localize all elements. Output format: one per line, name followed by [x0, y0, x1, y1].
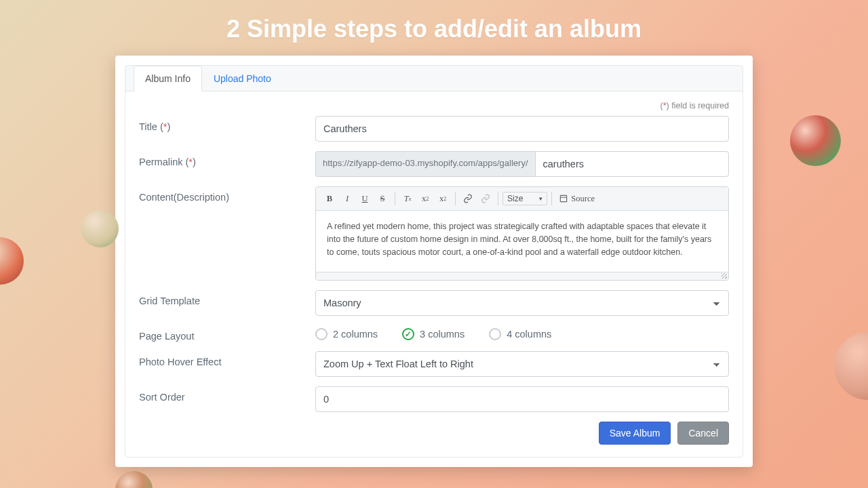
- decorative-bubble: [115, 471, 153, 488]
- superscript-button[interactable]: x2: [435, 190, 451, 207]
- font-size-select[interactable]: Size ▾: [502, 192, 547, 205]
- editor-toolbar: B I U S Tx x2 x2: [316, 187, 728, 211]
- layout-option-2col[interactable]: 2 columns: [315, 328, 378, 340]
- sort-order-input[interactable]: [315, 386, 729, 412]
- permalink-input[interactable]: [535, 151, 729, 177]
- title-input[interactable]: [315, 116, 729, 142]
- title-label: Title (*): [139, 116, 315, 132]
- tab-album-info[interactable]: Album Info: [134, 66, 202, 92]
- unlink-button[interactable]: [477, 190, 494, 207]
- editor-resize-handle[interactable]: [316, 272, 728, 280]
- hover-effect-select[interactable]: Zoom Up + Text Float Left to Right: [315, 351, 729, 377]
- page-layout-label: Page Layout: [139, 325, 315, 342]
- grid-template-select[interactable]: Masonry: [315, 290, 729, 316]
- form-card: Album Info Upload Photo (*) field is req…: [115, 56, 753, 467]
- decorative-bubble: [790, 115, 841, 166]
- sort-order-label: Sort Order: [139, 386, 315, 403]
- radio-icon: [315, 328, 328, 340]
- radio-icon: [489, 328, 501, 340]
- remove-format-button[interactable]: Tx: [399, 190, 416, 207]
- cancel-button[interactable]: Cancel: [677, 422, 729, 445]
- page-title: 2 Simple steps to add/edit an album: [0, 0, 868, 56]
- svg-rect-0: [561, 195, 567, 201]
- link-icon: [463, 194, 473, 203]
- strike-button[interactable]: S: [374, 190, 391, 207]
- chevron-down-icon: ▾: [539, 195, 542, 202]
- save-button[interactable]: Save Album: [599, 422, 671, 445]
- decorative-bubble: [0, 237, 24, 285]
- source-icon: [559, 194, 568, 203]
- radio-icon: [402, 328, 414, 340]
- italic-button[interactable]: I: [339, 190, 355, 207]
- layout-option-3col[interactable]: 3 columns: [402, 328, 465, 340]
- decorative-bubble: [834, 332, 868, 400]
- tab-upload-photo[interactable]: Upload Photo: [202, 66, 283, 92]
- hover-effect-label: Photo Hover Effect: [139, 351, 315, 367]
- decorative-bubble: [81, 210, 119, 247]
- editor-content[interactable]: A refined yet modern home, this project …: [316, 211, 728, 272]
- layout-option-4col[interactable]: 4 columns: [489, 328, 551, 340]
- permalink-label: Permalink (*): [139, 151, 315, 167]
- unlink-icon: [481, 194, 490, 203]
- source-button[interactable]: Source: [556, 190, 597, 207]
- bold-button[interactable]: B: [321, 190, 338, 207]
- content-label: Content(Description): [139, 186, 315, 203]
- rich-text-editor: B I U S Tx x2 x2: [315, 186, 729, 281]
- link-button[interactable]: [460, 190, 476, 207]
- underline-button[interactable]: U: [357, 190, 373, 207]
- permalink-prefix: https://zifyapp-demo-03.myshopify.com/ap…: [315, 151, 535, 177]
- tabs: Album Info Upload Photo: [125, 66, 743, 91]
- subscript-button[interactable]: x2: [417, 190, 433, 207]
- grid-template-label: Grid Template: [139, 290, 315, 306]
- required-hint: (*) field is required: [139, 101, 729, 110]
